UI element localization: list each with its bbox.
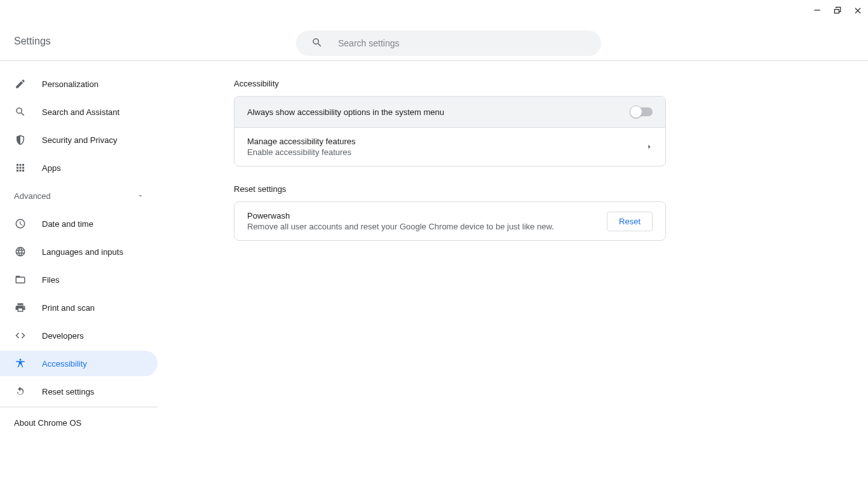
- search-input[interactable]: [338, 38, 601, 48]
- chevron-up-icon: [137, 191, 144, 201]
- apps-grid-icon: [14, 161, 27, 174]
- page-title: Settings: [14, 36, 51, 47]
- sidebar-item-accessibility[interactable]: Accessibility: [0, 351, 158, 376]
- sidebar-item-search-assistant[interactable]: Search and Assistant: [0, 99, 158, 125]
- sidebar-item-label: Date and time: [42, 219, 93, 229]
- sidebar-item-label: Personalization: [42, 79, 98, 89]
- sidebar-item-security-privacy[interactable]: Security and Privacy: [0, 127, 158, 152]
- pencil-icon: [14, 78, 27, 90]
- sidebar-item-label: About Chrome OS: [14, 418, 81, 428]
- row-subtitle: Remove all user accounts and reset your …: [247, 222, 554, 231]
- sidebar-item-print-scan[interactable]: Print and scan: [0, 295, 158, 320]
- row-always-show-accessibility[interactable]: Always show accessibility options in the…: [234, 97, 665, 127]
- sidebar-item-label: Apps: [42, 163, 61, 173]
- sidebar-item-label: Developers: [42, 331, 84, 341]
- sidebar-item-about[interactable]: About Chrome OS: [0, 410, 158, 435]
- row-title: Manage accessibility features: [247, 137, 356, 146]
- reset-button[interactable]: Reset: [607, 212, 653, 231]
- accessibility-icon: [14, 357, 27, 370]
- row-title: Powerwash: [247, 211, 554, 220]
- search-field[interactable]: [296, 30, 601, 56]
- sidebar-item-label: Security and Privacy: [42, 135, 118, 145]
- sidebar-item-languages-inputs[interactable]: Languages and inputs: [0, 239, 158, 264]
- accessibility-card: Always show accessibility options in the…: [234, 96, 666, 166]
- section-accessibility: Accessibility Always show accessibility …: [234, 79, 666, 166]
- globe-icon: [14, 245, 27, 258]
- header: Settings: [0, 0, 868, 61]
- row-manage-accessibility[interactable]: Manage accessibility features Enable acc…: [234, 127, 665, 166]
- chevron-right-icon: [646, 144, 653, 150]
- row-powerwash: Powerwash Remove all user accounts and r…: [234, 202, 665, 240]
- reset-icon: [14, 385, 27, 398]
- sidebar-item-reset-settings[interactable]: Reset settings: [0, 379, 158, 404]
- sidebar-item-label: Accessibility: [42, 359, 87, 369]
- search-icon: [311, 37, 323, 50]
- sidebar-item-label: Search and Assistant: [42, 107, 119, 117]
- sidebar-section-advanced[interactable]: Advanced: [0, 183, 158, 208]
- sidebar: Personalization Search and Assistant Sec…: [0, 61, 158, 488]
- sidebar-item-apps[interactable]: Apps: [0, 155, 158, 180]
- folder-icon: [14, 273, 27, 286]
- sidebar-section-label: Advanced: [14, 191, 51, 201]
- sidebar-item-label: Print and scan: [42, 303, 95, 313]
- sidebar-item-date-time[interactable]: Date and time: [0, 211, 158, 236]
- section-reset: Reset settings Powerwash Remove all user…: [234, 184, 666, 241]
- sidebar-item-label: Reset settings: [42, 387, 94, 396]
- sidebar-item-label: Files: [42, 275, 59, 285]
- shield-icon: [14, 133, 27, 146]
- accessibility-toggle[interactable]: [631, 107, 653, 116]
- search-icon: [14, 105, 27, 118]
- section-title-reset: Reset settings: [234, 184, 666, 194]
- printer-icon: [14, 301, 27, 314]
- section-title-accessibility: Accessibility: [234, 79, 666, 88]
- code-icon: [14, 329, 27, 342]
- row-subtitle: Enable accessibility features: [247, 147, 356, 157]
- sidebar-item-personalization[interactable]: Personalization: [0, 71, 158, 97]
- sidebar-item-files[interactable]: Files: [0, 267, 158, 292]
- sidebar-divider: [0, 407, 158, 407]
- row-title: Always show accessibility options in the…: [247, 107, 444, 117]
- sidebar-item-label: Languages and inputs: [42, 247, 123, 257]
- sidebar-item-developers[interactable]: Developers: [0, 323, 158, 348]
- main-content: Accessibility Always show accessibility …: [158, 61, 868, 488]
- clock-icon: [14, 217, 27, 230]
- reset-card: Powerwash Remove all user accounts and r…: [234, 201, 666, 241]
